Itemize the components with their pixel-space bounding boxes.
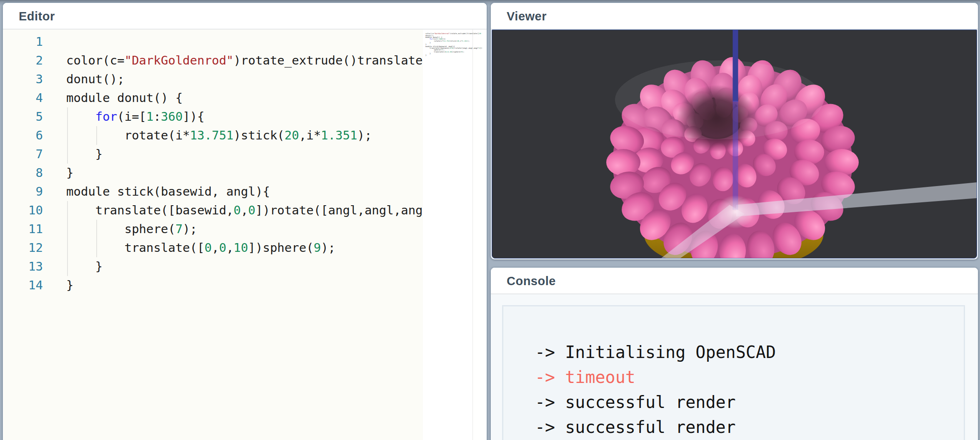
openscad-web-ide: { "page": { "background": "#a4b2c1", "pa… [0,0,980,440]
viewer-3d-canvas[interactable] [492,30,977,259]
code-text: translate([basewid,0,0])rotate([angl,ang… [66,201,459,220]
minimap-code: color(c="DarkGoldenrod")rotate_extrude()… [423,30,472,57]
code-line[interactable]: 13 } [3,257,486,276]
line-number: 12 [3,239,43,257]
console-log: -> Initialising OpenSCAD-> timeout-> suc… [503,306,964,440]
viewer-panel: Viewer [490,2,978,260]
code-editor[interactable]: 12color(c="DarkGoldenrod")rotate_extrude… [3,30,486,440]
editor-minimap[interactable]: color(c="DarkGoldenrod")rotate_extrude()… [423,30,473,440]
code-line[interactable]: 12 translate([0,0,10])sphere(9); [3,239,486,257]
code-line[interactable]: 9module stick(basewid, angl){ [3,182,486,201]
console-message: -> successful render [535,390,964,415]
code-line[interactable]: 1 [3,32,486,51]
code-line[interactable]: 8} [3,164,486,182]
code-line[interactable]: 6 rotate(i*13.751)stick(20,i*1.351); [3,126,486,145]
line-number: 1 [3,32,43,51]
line-number: 3 [3,70,43,89]
donut-3d-scene [492,30,977,258]
code-line[interactable]: 11 sphere(7); [3,220,486,239]
donut-highlight [615,60,823,139]
line-number: 8 [3,164,43,182]
code-line[interactable]: 3donut(); [3,70,486,89]
viewer-panel-title: Viewer [491,3,978,29]
line-number: 4 [3,89,43,107]
code-line[interactable]: 14} [3,276,486,295]
editor-scrollbar-column: color(c="DarkGoldenrod")rotate_extrude()… [423,30,486,440]
code-line[interactable]: 2color(c="DarkGoldenrod")rotate_extrude(… [3,51,486,70]
line-number: 2 [3,51,43,70]
line-number: 11 [3,220,43,239]
donut-bump [606,149,640,176]
code-text: sphere(7); [66,220,197,239]
console-log-box[interactable]: -> Initialising OpenSCAD-> timeout-> suc… [502,305,965,440]
line-number: 10 [3,201,43,220]
code-line[interactable]: 10 translate([basewid,0,0])rotate([angl,… [3,201,486,220]
code-line[interactable]: 4module donut() { [3,89,486,107]
code-line[interactable]: 5 for(i=[1:360]){ [3,107,486,126]
donut-bump [825,149,859,176]
code-text: donut(); [66,70,125,89]
code-text: for(i=[1:360]){ [66,107,205,126]
line-number: 7 [3,145,43,164]
console-message: -> Initialising OpenSCAD [535,340,964,365]
line-number: 9 [3,182,43,201]
code-text: } [66,145,102,164]
code-text: rotate(i*13.751)stick(20,i*1.351); [66,126,372,145]
code-text: } [66,276,73,295]
code-text: module donut() { [66,89,182,107]
code-text: } [66,164,73,182]
console-panel: Console -> Initialising OpenSCAD-> timeo… [490,267,978,440]
line-number: 14 [3,276,43,295]
code-text: color(c="DarkGoldenrod")rotate_extrude()… [66,51,452,70]
code-lines[interactable]: 12color(c="DarkGoldenrod")rotate_extrude… [3,32,486,295]
console-message: -> successful render [535,415,964,440]
console-body: -> Initialising OpenSCAD-> timeout-> suc… [491,294,978,440]
code-text: translate([0,0,10])sphere(9); [66,239,335,257]
editor-panel-title: Editor [3,3,487,29]
line-number: 13 [3,257,43,276]
editor-panel: Editor 12color(c="DarkGoldenrod")rotate_… [2,2,487,440]
line-number: 6 [3,126,43,145]
code-text: } [66,257,102,276]
code-text: module stick(basewid, angl){ [66,182,270,201]
console-message: -> timeout [535,365,964,390]
z-axis-rod [733,30,738,102]
axis-origin-blob [716,195,755,229]
code-line[interactable]: 7 } [3,145,486,164]
z-axis-rod-through [733,101,738,210]
line-number: 5 [3,107,43,126]
console-panel-title: Console [491,268,978,293]
